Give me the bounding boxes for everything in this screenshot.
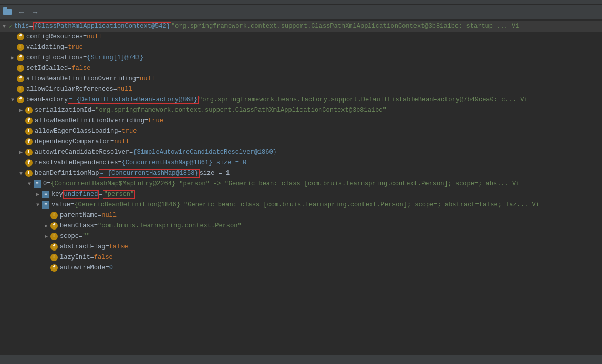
field-value: {GenericBeanDefinition@1846} "Generic be… [74, 201, 539, 209]
tree-toggle[interactable] [17, 107, 25, 113]
field-equals: = [118, 128, 121, 135]
field-icon: f [17, 86, 24, 93]
tree-row[interactable]: ✓this = {ClassPathXmlApplicationContext@… [0, 21, 602, 32]
field-name: serializationId [35, 107, 91, 114]
field-icon: f [25, 107, 33, 114]
tree-row[interactable]: fallowBeanDefinitionOverriding = true [0, 116, 602, 126]
field-value: false [109, 243, 128, 251]
tree-row[interactable]: fbeanDefinitionMap = {ConcurrentHashMap@… [0, 168, 602, 179]
field-equals: = [129, 149, 133, 156]
tree-row[interactable]: fallowEagerClassLoading = true [0, 126, 602, 137]
field-icon: f [17, 65, 24, 72]
field-equals: = [83, 33, 87, 40]
tree-toggle[interactable] [0, 24, 8, 29]
field-name: beanClass [60, 222, 94, 230]
forward-button[interactable]: → [30, 7, 40, 17]
tree-toggle[interactable] [8, 97, 17, 103]
tree-row[interactable]: fautowireCandidateResolver = {SimpleAuto… [0, 147, 602, 158]
tree-toggle[interactable] [17, 171, 25, 176]
tree-row[interactable]: fallowBeanDefinitionOverriding = null [0, 74, 602, 84]
normal-line: resolvableDependencies = {ConcurrentHash… [35, 159, 246, 167]
field-value: null [87, 33, 102, 40]
field-value: 0 [109, 264, 113, 272]
back-button[interactable]: ← [16, 7, 27, 17]
field-icon: f [50, 254, 58, 261]
tree-row[interactable]: fvalidating = true [0, 42, 602, 53]
tree-row[interactable]: ≡value = {GenericBeanDefinition@1846} "G… [0, 200, 602, 210]
field-equals: = [94, 222, 98, 230]
tree-toggle[interactable] [42, 223, 50, 229]
tree-toggle[interactable] [42, 233, 50, 240]
field-name: abstractFlag [60, 243, 105, 251]
field-icon: f [17, 54, 24, 61]
field-icon: f [25, 138, 33, 145]
normal-line: setIdCalled = false [26, 65, 90, 72]
field-name: configLocations [26, 54, 83, 61]
field-equals: = [90, 254, 94, 261]
field-name: autowireMode [60, 264, 105, 272]
field-equals: = [98, 212, 101, 219]
field-name: allowBeanDefinitionOverriding [26, 75, 136, 82]
normal-line: allowBeanDefinitionOverriding = true [35, 117, 163, 124]
tree-row[interactable]: fconfigResources = null [0, 32, 602, 42]
field-name: setIdCalled [26, 65, 68, 72]
field-equals: = [118, 159, 121, 167]
field-equals: = [136, 75, 140, 82]
folder-icon[interactable] [3, 9, 12, 15]
tree-row[interactable]: fsetIdCalled = false [0, 63, 602, 74]
tree-row[interactable]: fbeanFactory = {DefaultListableBeanFacto… [0, 95, 602, 105]
tree-toggle[interactable] [8, 55, 17, 61]
normal-line: abstractFlag = false [60, 243, 128, 251]
field-name: 0 [43, 180, 47, 188]
field-equals: = [99, 191, 102, 198]
field-value: {ConcurrentHashMap$MapEntry@2264} "perso… [50, 180, 520, 188]
tree-row[interactable]: flazyInit = false [0, 252, 602, 263]
tree-row[interactable]: fdependencyComparator = null [0, 137, 602, 147]
field-value: "com.bruis.learnspring.context.Person" [98, 222, 242, 230]
field-name: configResources [26, 33, 83, 40]
tree-toggle[interactable] [17, 149, 25, 155]
tree-row[interactable]: fbeanClass = "com.bruis.learnspring.cont… [0, 221, 602, 231]
tree-row[interactable]: ≡keyundefined = "person" [0, 189, 602, 200]
field-value: "person" [103, 190, 136, 199]
tree-row[interactable]: fresolvableDependencies = {ConcurrentHas… [0, 158, 602, 168]
field-value: true [148, 117, 163, 124]
field-equals: = [110, 138, 114, 145]
field-icon: f [17, 33, 24, 40]
field-value: {ConcurrentHashMap@1861} size = 0 [122, 159, 247, 167]
tree-row[interactable]: fscope = "" [0, 231, 602, 242]
field-value: null [140, 75, 155, 82]
field-equals: = [68, 65, 71, 72]
tree-row[interactable]: fconfigLocations = {String[1]@743} [0, 53, 602, 63]
tree-row[interactable]: fautowireMode = 0 [0, 263, 602, 273]
field-type: undefined [63, 190, 99, 199]
tree-row[interactable]: fallowCircularReferences = null [0, 84, 602, 95]
tree-row[interactable]: fserializationId = "org.springframework.… [0, 105, 602, 116]
field-name: allowCircularReferences [26, 86, 113, 93]
field-icon: f [25, 170, 33, 177]
normal-line: configResources = null [26, 33, 102, 40]
field-value: null [117, 86, 132, 93]
tree-row[interactable]: fabstractFlag = false [0, 242, 602, 252]
tree-row[interactable]: ≡0 = {ConcurrentHashMap$MapEntry@2264} "… [0, 179, 602, 189]
field-name: resolvableDependencies [35, 159, 118, 167]
normal-line: allowCircularReferences = null [26, 86, 132, 93]
highlighted-line: beanDefinitionMap = {ConcurrentHashMap@1… [35, 169, 230, 178]
tree-toggle[interactable] [25, 181, 34, 187]
check-icon: ✓ [8, 23, 12, 30]
normal-line: parentName = null [60, 212, 117, 219]
field-icon: f [17, 44, 24, 51]
variables-tree[interactable]: ✓this = {ClassPathXmlApplicationContext@… [0, 20, 602, 355]
normal-line: value = {GenericBeanDefinition@1846} "Ge… [51, 201, 539, 209]
field-equals: = [144, 117, 148, 124]
field-icon: f [50, 233, 58, 240]
tree-row[interactable]: fparentName = null [0, 210, 602, 221]
field-equals: = [91, 107, 95, 114]
field-value: false [94, 254, 113, 261]
field-value: true [68, 44, 83, 51]
map-icon: ≡ [34, 180, 41, 188]
normal-line: autowireCandidateResolver = {SimpleAutow… [35, 149, 277, 156]
tree-toggle[interactable] [34, 202, 42, 208]
forward-icon: → [32, 8, 39, 16]
tree-toggle[interactable] [34, 191, 42, 197]
